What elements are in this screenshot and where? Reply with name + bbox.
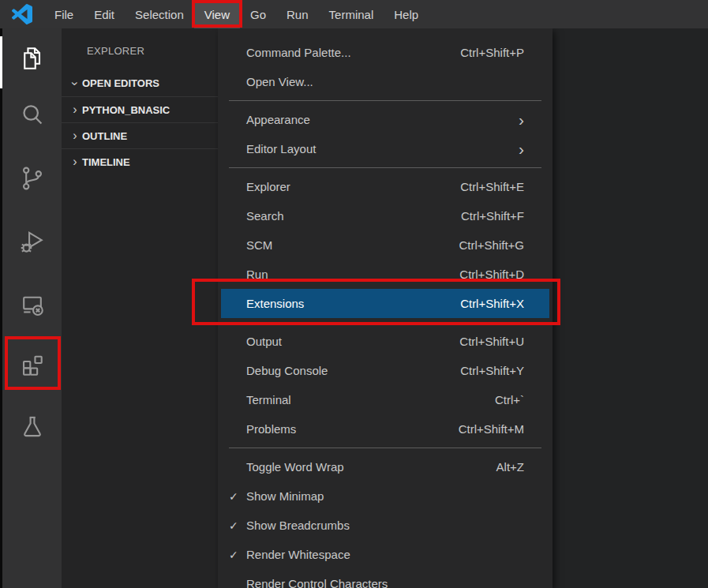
view-dropdown-menu: Command Palette... Ctrl+Shift+P Open Vie…	[218, 28, 553, 588]
menu-item-shortcut: Ctrl+Shift+D	[459, 268, 524, 281]
testing-icon[interactable]	[2, 401, 62, 451]
menu-item-show-breadcrumbs[interactable]: ✓ Show Breadcrumbs	[218, 511, 553, 540]
menu-separator	[229, 322, 541, 323]
explorer-sidebar: EXPLORER OPEN EDITORS PYTHON_BNASIC OUTL…	[62, 28, 218, 588]
menubar-item-file[interactable]: File	[44, 0, 84, 28]
menubar-item-edit-label: Edit	[94, 8, 114, 21]
extensions-icon[interactable]	[2, 339, 62, 390]
sidebar-section-outline[interactable]: OUTLINE	[62, 122, 218, 148]
menubar-item-terminal[interactable]: Terminal	[319, 0, 384, 28]
sidebar-section-python-bnasic[interactable]: PYTHON_BNASIC	[62, 96, 218, 122]
menubar-item-view-label: View	[204, 8, 230, 21]
menu-item-label: Search	[246, 209, 284, 223]
menu-item-shortcut: Ctrl+Shift+E	[460, 180, 524, 193]
menu-item-run[interactable]: Run Ctrl+Shift+D	[218, 260, 553, 289]
chevron-right-icon	[68, 155, 82, 169]
menubar-item-help-label: Help	[394, 8, 418, 21]
menu-item-shortcut: Ctrl+Shift+Y	[460, 364, 524, 377]
chevron-right-icon	[68, 129, 82, 143]
sidebar-section-open-editors[interactable]: OPEN EDITORS	[62, 70, 218, 96]
menu-separator	[229, 448, 541, 448]
search-icon[interactable]	[2, 90, 62, 140]
menu-item-shortcut: Ctrl+Shift+U	[459, 335, 524, 348]
menu-item-label: Editor Layout	[246, 142, 316, 155]
menu-item-editor-layout[interactable]: Editor Layout ›	[218, 134, 553, 163]
menubar-item-selection[interactable]: Selection	[125, 0, 194, 28]
menubar-item-run-label: Run	[287, 8, 309, 21]
menu-item-command-palette[interactable]: Command Palette... Ctrl+Shift+P	[218, 38, 553, 67]
menu-item-shortcut: Ctrl+Shift+M	[459, 422, 524, 436]
menu-item-label: Explorer	[246, 180, 290, 193]
menu-item-shortcut: Ctrl+Shift+X	[460, 297, 524, 310]
menu-item-label: Toggle Word Wrap	[246, 460, 344, 474]
menu-item-shortcut: Ctrl+Shift+P	[460, 46, 524, 59]
chevron-right-icon	[68, 103, 82, 117]
menu-item-problems[interactable]: Problems Ctrl+Shift+M	[218, 414, 553, 444]
sidebar-section-timeline[interactable]: TIMELINE	[62, 148, 218, 174]
menu-item-render-whitespace[interactable]: ✓ Render Whitespace	[218, 540, 553, 569]
menu-item-label: Show Breadcrumbs	[246, 519, 350, 532]
menubar-item-view[interactable]: View	[194, 0, 240, 28]
menu-item-search[interactable]: Search Ctrl+Shift+F	[218, 201, 553, 230]
menu-bar: File Edit Selection View Go Run Terminal…	[0, 0, 708, 28]
checkmark-icon: ✓	[229, 549, 246, 561]
menu-item-debug-console[interactable]: Debug Console Ctrl+Shift+Y	[218, 356, 553, 385]
menubar-item-edit[interactable]: Edit	[84, 0, 125, 28]
menu-item-extensions[interactable]: Extensions Ctrl+Shift+X	[221, 289, 549, 318]
sidebar-section-label: TIMELINE	[82, 156, 130, 168]
checkmark-icon: ✓	[229, 490, 246, 503]
menu-item-label: Extensions	[246, 297, 304, 310]
menu-item-label: Show Minimap	[246, 489, 324, 503]
menu-item-open-view[interactable]: Open View...	[218, 67, 553, 96]
menubar-item-file-label: File	[54, 8, 73, 21]
menu-item-label: SCM	[246, 238, 272, 252]
menu-item-label: Command Palette...	[246, 46, 351, 59]
checkmark-icon: ✓	[229, 519, 246, 532]
menu-item-shortcut: Alt+Z	[496, 460, 524, 474]
menubar-item-help[interactable]: Help	[384, 0, 429, 28]
menu-item-label: Render Control Characters	[246, 577, 388, 588]
vscode-logo-icon	[0, 0, 44, 28]
run-and-debug-icon[interactable]	[2, 216, 62, 267]
sidebar-section-label: OUTLINE	[82, 130, 127, 142]
menu-item-show-minimap[interactable]: ✓ Show Minimap	[218, 481, 553, 511]
remote-explorer-icon[interactable]	[2, 279, 62, 330]
menubar-item-run[interactable]: Run	[276, 0, 319, 28]
menu-item-label: Render Whitespace	[246, 548, 350, 561]
menu-item-label: Appearance	[246, 113, 310, 126]
sidebar-section-label: PYTHON_BNASIC	[82, 104, 170, 116]
menu-item-label: Run	[246, 268, 268, 281]
menu-item-terminal[interactable]: Terminal Ctrl+`	[218, 385, 553, 414]
menu-item-label: Terminal	[246, 393, 291, 406]
menu-item-label: Debug Console	[246, 364, 328, 377]
activity-bar	[2, 28, 62, 588]
submenu-chevron-icon: ›	[519, 111, 524, 128]
menu-item-shortcut: Ctrl+`	[495, 393, 524, 406]
source-control-icon[interactable]	[2, 153, 62, 204]
sidebar-section-label: OPEN EDITORS	[82, 77, 159, 89]
menubar-item-go[interactable]: Go	[240, 0, 276, 28]
menu-item-appearance[interactable]: Appearance ›	[218, 105, 553, 134]
explorer-icon[interactable]	[2, 33, 62, 84]
menu-item-label: Open View...	[246, 75, 313, 88]
menu-item-label: Output	[246, 335, 282, 348]
menu-item-shortcut: Ctrl+Shift+F	[461, 209, 524, 223]
menu-separator	[229, 100, 541, 101]
menubar-item-selection-label: Selection	[135, 8, 184, 21]
menu-item-render-control-characters[interactable]: Render Control Characters	[218, 569, 553, 588]
menu-item-shortcut: Ctrl+Shift+G	[459, 238, 524, 252]
menu-item-toggle-word-wrap[interactable]: Toggle Word Wrap Alt+Z	[218, 452, 553, 481]
chevron-down-icon	[68, 77, 82, 91]
menubar-item-go-label: Go	[250, 8, 266, 21]
menubar-item-terminal-label: Terminal	[329, 8, 374, 21]
menu-separator	[229, 167, 541, 168]
menu-item-output[interactable]: Output Ctrl+Shift+U	[218, 327, 553, 356]
menu-item-explorer[interactable]: Explorer Ctrl+Shift+E	[218, 172, 553, 201]
active-view-indicator	[0, 36, 2, 88]
menu-item-label: Problems	[246, 422, 296, 436]
sidebar-title: EXPLORER	[62, 28, 218, 57]
submenu-chevron-icon: ›	[519, 140, 524, 157]
menu-item-scm[interactable]: SCM Ctrl+Shift+G	[218, 230, 553, 260]
